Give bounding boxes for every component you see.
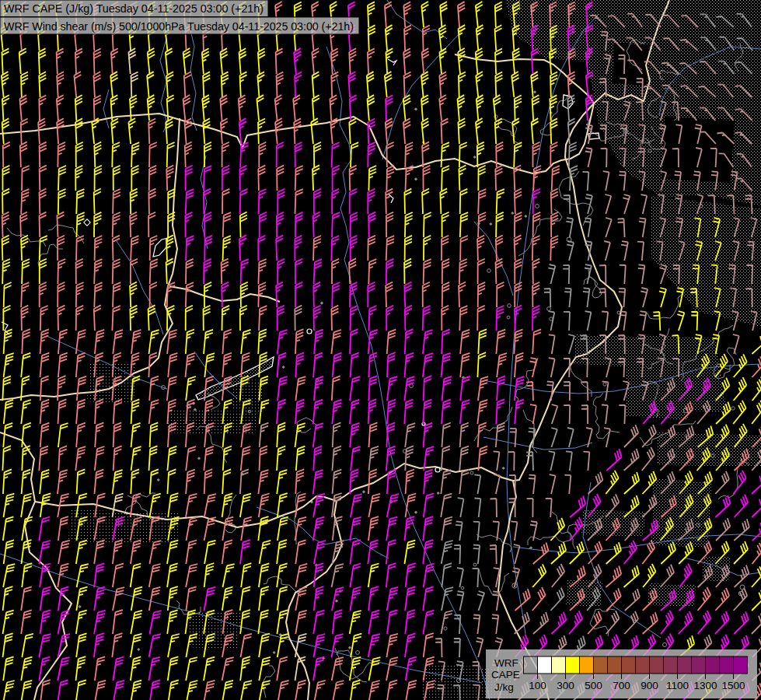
svg-text:WRF Wind shear (m/s) 500/1000h: WRF Wind shear (m/s) 500/1000hPa Tuesday… (4, 20, 354, 33)
svg-text:500: 500 (585, 680, 602, 691)
svg-text:WRF CAPE (J/kg) Tuesday 04-11-: WRF CAPE (J/kg) Tuesday 04-11-2025 03:00… (4, 2, 264, 15)
svg-text:CAPE: CAPE (491, 669, 520, 681)
svg-text:J/kg: J/kg (494, 681, 514, 693)
svg-text:100: 100 (529, 680, 546, 691)
svg-text:1300: 1300 (693, 680, 717, 691)
svg-text:1500: 1500 (721, 680, 745, 691)
svg-text:900: 900 (641, 680, 658, 691)
svg-text:300: 300 (557, 680, 574, 691)
svg-text:700: 700 (613, 680, 630, 691)
svg-text:WRF: WRF (494, 657, 518, 669)
svg-text:1100: 1100 (666, 680, 689, 691)
